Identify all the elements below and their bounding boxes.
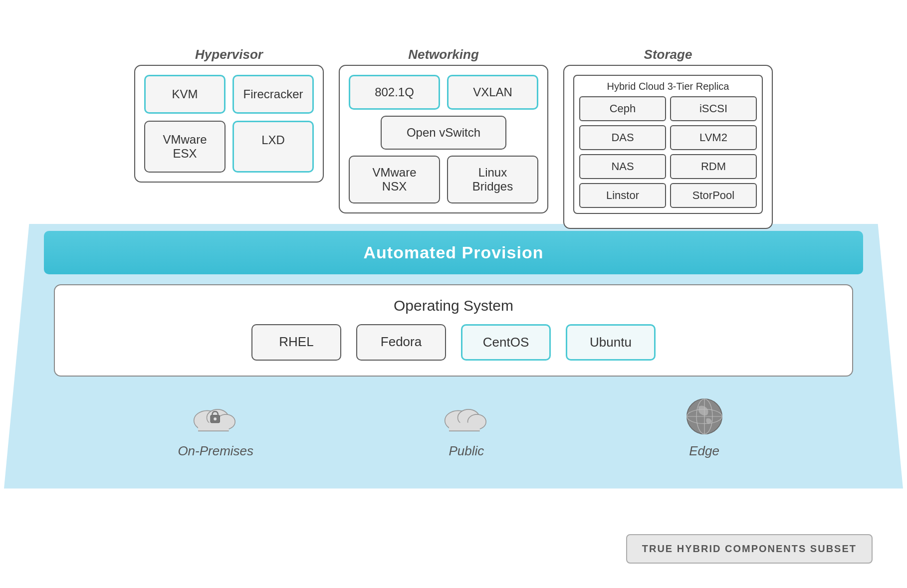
automated-provision-label: Automated Provision: [364, 243, 544, 262]
hv-item-vmware: VMware ESX: [144, 121, 226, 173]
cloud-icon: [442, 396, 491, 436]
storage-lvm2: LVM2: [670, 125, 757, 150]
true-hybrid-badge: TRUE HYBRID COMPONENTS SUBSET: [626, 534, 873, 564]
networking-panel: 802.1Q VXLAN Open vSwitch VMware NSX Lin…: [339, 65, 548, 213]
storage-grid: Ceph iSCSI DAS LVM2 NAS RDM Linstor Stor…: [579, 96, 757, 208]
storage-nas: NAS: [579, 154, 666, 179]
storage-storpool: StorPool: [670, 183, 757, 208]
globe-icon: [680, 396, 729, 436]
hypervisor-label: Hypervisor: [195, 47, 263, 62]
hv-item-lxd: LXD: [232, 121, 314, 173]
storage-das: DAS: [579, 125, 666, 150]
net-row-3: VMware NSX Linux Bridges: [349, 156, 538, 203]
net-item-linuxbridges: Linux Bridges: [447, 156, 538, 203]
edge-label: Edge: [689, 443, 719, 459]
svg-rect-10: [449, 422, 480, 431]
net-item-vxlan: VXLAN: [447, 75, 538, 110]
public-label: Public: [449, 443, 484, 459]
networking-label: Networking: [408, 47, 479, 62]
badge-container: TRUE HYBRID COMPONENTS SUBSET: [626, 534, 873, 564]
svg-point-6: [214, 417, 217, 420]
deploy-edge: Edge: [680, 396, 729, 459]
net-item-ovs: Open vSwitch: [381, 116, 506, 150]
storage-panel: Hybrid Cloud 3-Tier Replica Ceph iSCSI D…: [563, 65, 773, 229]
cloud-lock-icon: [191, 396, 240, 436]
top-panels: Hypervisor KVM Firecracker VMware ESX LX…: [59, 45, 848, 229]
platform-base: Automated Provision Operating System RHE…: [4, 224, 903, 489]
net-item-vmwarens: VMware NSX: [349, 156, 440, 203]
os-rhel: RHEL: [251, 324, 341, 361]
storage-linstor: Linstor: [579, 183, 666, 208]
automated-provision-bar: Automated Provision: [44, 231, 863, 274]
os-ubuntu: Ubuntu: [566, 324, 656, 361]
deploy-on-premises: On-Premises: [178, 396, 253, 459]
storage-outer: Hybrid Cloud 3-Tier Replica Ceph iSCSI D…: [573, 75, 763, 214]
storage-outer-title: Hybrid Cloud 3-Tier Replica: [579, 81, 757, 92]
hypervisor-grid: KVM Firecracker VMware ESX LXD: [144, 75, 314, 173]
storage-rdm: RDM: [670, 154, 757, 179]
deploy-public: Public: [442, 396, 491, 459]
storage-ceph: Ceph: [579, 96, 666, 121]
net-item-8021q: 802.1Q: [349, 75, 440, 110]
os-items: RHEL Fedora CentOS Ubuntu: [70, 324, 837, 361]
on-premises-label: On-Premises: [178, 443, 253, 459]
os-centos: CentOS: [461, 324, 551, 361]
storage-iscsi: iSCSI: [670, 96, 757, 121]
hypervisor-panel: KVM Firecracker VMware ESX LXD: [134, 65, 324, 183]
net-row-1: 802.1Q VXLAN: [349, 75, 538, 110]
hv-item-kvm: KVM: [144, 75, 226, 114]
os-section: Operating System RHEL Fedora CentOS Ubun…: [54, 284, 853, 377]
diagram-wrapper: Hypervisor KVM Firecracker VMware ESX LX…: [29, 20, 878, 569]
networking-grid: 802.1Q VXLAN Open vSwitch VMware NSX Lin…: [349, 75, 538, 203]
net-row-2: Open vSwitch: [349, 116, 538, 150]
os-title: Operating System: [70, 297, 837, 314]
os-fedora: Fedora: [356, 324, 446, 361]
hv-item-firecracker: Firecracker: [232, 75, 314, 114]
deployment-section: On-Premises Public: [44, 382, 863, 469]
svg-rect-3: [198, 422, 229, 431]
storage-label: Storage: [644, 47, 692, 62]
